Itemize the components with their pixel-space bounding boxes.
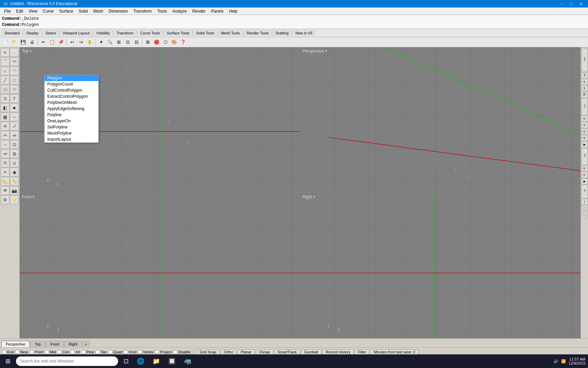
spline-tool[interactable]: S (1, 94, 10, 103)
toolbar-tab-6[interactable]: Curve Tools (137, 30, 163, 36)
group-tool[interactable]: ⊓ (1, 158, 10, 167)
vp-tab-front[interactable]: Front (46, 341, 64, 347)
dropdown-item-6[interactable]: Polyline (45, 112, 98, 118)
snap-checkbox-mid[interactable] (45, 350, 49, 354)
menu-edit[interactable]: Edit (13, 8, 26, 14)
menu-surface[interactable]: Surface (56, 8, 76, 14)
select-tool[interactable]: ↖ (1, 48, 10, 57)
dropdown-item-8[interactable]: SelPolyline (45, 124, 98, 130)
open-icon[interactable]: 📁 (10, 38, 18, 46)
close-button[interactable]: ✕ (576, 1, 585, 7)
surface-tool[interactable]: ◧ (1, 103, 10, 112)
render-icon[interactable]: 🎨 (170, 38, 178, 46)
toolbar-tab-0[interactable]: Standard (1, 30, 23, 36)
toolbar-tab-12[interactable]: New in V5 (292, 30, 315, 36)
viewport-perspective-label[interactable]: Perspective ▼ (303, 49, 328, 53)
extend-tool[interactable]: ⇔ (10, 131, 19, 140)
viewport-top-label[interactable]: Top ▼ (22, 49, 32, 53)
menu-file[interactable]: File (1, 8, 13, 14)
rpanel-0b[interactable]: 0. (582, 165, 588, 171)
toolbar-tab-2[interactable]: Select (43, 30, 59, 36)
misc-tool-1[interactable]: ⚙ (1, 195, 10, 204)
rpanel-arrow2[interactable]: ► (582, 178, 588, 184)
dropdown-item-9[interactable]: MeshPolyline (45, 130, 98, 136)
vp-front-arrow[interactable]: ▼ (32, 195, 35, 199)
trim-tool[interactable]: ✂ (1, 131, 10, 140)
command-dropdown[interactable]: PolygonPolygonCountCullControlPolygonExt… (44, 75, 99, 143)
status-btn-8[interactable]: Minutes from last save: 2 (371, 349, 418, 355)
snap-checkbox-cen[interactable] (57, 350, 61, 354)
rpanel-0a[interactable]: 0. (582, 128, 588, 135)
point-icon[interactable]: ✦ (97, 38, 105, 46)
freeform-tool[interactable]: 〜 (10, 57, 19, 66)
rpanel-sq2[interactable]: □ (582, 212, 588, 218)
print-icon[interactable]: 🖨 (28, 38, 36, 46)
mesh-tool[interactable]: ▦ (1, 112, 10, 121)
material-tool[interactable]: ◉ (10, 168, 19, 177)
analyze-tool[interactable]: 📐 (1, 177, 10, 186)
task-icon-3[interactable]: 📁 (150, 356, 163, 367)
rpanel-w[interactable]: W... (582, 185, 588, 198)
status-btn-2[interactable]: Planar (238, 349, 255, 355)
dropdown-item-4[interactable]: PolylineOnMesh (45, 99, 98, 106)
menu-render[interactable]: Render (190, 8, 208, 14)
line-tool[interactable]: ╱ (1, 76, 10, 85)
status-btn-5[interactable]: Gumball (301, 349, 321, 355)
task-icon-4[interactable]: 🔲 (165, 356, 178, 367)
dropdown-item-2[interactable]: CullControlPolygon (45, 87, 98, 93)
array-tool[interactable]: ⊞ (10, 149, 19, 158)
viewport-right-label[interactable]: Right ▼ (303, 195, 316, 199)
copy-icon[interactable]: 📋 (48, 38, 56, 46)
mirror-tool[interactable]: ⇌ (1, 149, 10, 158)
rpanel-6[interactable]: 6. (582, 79, 588, 85)
viewport-perspective[interactable]: Perspective ▼ z (300, 47, 581, 193)
dropdown-item-1[interactable]: PolygonCount (45, 81, 98, 87)
menu-mesh[interactable]: Mesh (91, 8, 106, 14)
rpanel-9[interactable]: 9. (582, 122, 588, 128)
vp-top-arrow[interactable]: ▼ (29, 49, 32, 53)
dropdown-item-0[interactable]: Polygon (45, 75, 98, 81)
dropdown-item-5[interactable]: ApplyEdgeSoftening (45, 106, 98, 112)
rect-tool[interactable]: □ (10, 76, 19, 85)
rpanel-0c[interactable]: 0. (582, 172, 588, 178)
toolbar-tab-1[interactable]: Display (23, 30, 42, 36)
camera-tool[interactable]: 📷 (10, 186, 19, 195)
snap-checkbox-point[interactable] (30, 350, 34, 354)
rpanel-ta[interactable]: Ta... (582, 148, 588, 165)
menu-curve[interactable]: Curve (40, 8, 56, 14)
view-tool[interactable]: 👁 (1, 186, 10, 195)
vp-persp-arrow[interactable]: ▼ (325, 49, 328, 53)
snap-checkbox-int[interactable] (70, 350, 75, 354)
offset-tool[interactable]: ⊡ (10, 140, 19, 149)
viewport-front[interactable]: Front ▼ z x (20, 193, 300, 338)
move-tool[interactable]: ⤢ (10, 122, 19, 131)
snap-icon[interactable]: 🔴 (152, 38, 161, 46)
circle-tool[interactable]: ○ (1, 66, 10, 75)
start-button[interactable]: ⊞ (3, 356, 13, 367)
misc-tool-2[interactable]: ⭐ (10, 195, 19, 204)
toolbar-tab-3[interactable]: Viewport Layout (60, 30, 93, 36)
vp-tab-top[interactable]: Top (30, 341, 45, 347)
toolbar-tab-9[interactable]: Mesh Tools (218, 30, 243, 36)
menu-solid[interactable]: Solid (76, 8, 91, 14)
vp-tab-add[interactable]: + (83, 341, 89, 347)
toolbar-tab-11[interactable]: Drafting (273, 30, 292, 36)
menu-help[interactable]: Help (226, 8, 240, 14)
curve-tool[interactable]: ⌒ (1, 57, 10, 66)
zoom-ext-icon[interactable]: ⊞ (115, 38, 123, 46)
viewport-front-label[interactable]: Front ▼ (22, 195, 35, 199)
solid-tool[interactable]: ■ (10, 103, 19, 112)
menu-tools[interactable]: Tools (154, 8, 169, 14)
rpanel-sq1[interactable]: □ (582, 205, 588, 211)
rpanel-3[interactable]: 3. (582, 85, 588, 91)
measure-tool[interactable]: 📏 (10, 177, 19, 186)
snap-checkbox-quad[interactable] (108, 350, 112, 354)
undo-icon[interactable]: ↩ (68, 38, 76, 46)
menu-analyze[interactable]: Analyze (169, 8, 190, 14)
shade-icon[interactable]: ⬡ (161, 38, 169, 46)
taskbar-search[interactable] (16, 356, 118, 366)
snap-checkbox-vertex[interactable] (138, 350, 142, 354)
rpanel-5[interactable]: 5. (582, 116, 588, 122)
rpanel-paren[interactable]: ( (582, 199, 588, 205)
vp-right-arrow[interactable]: ▼ (313, 195, 316, 199)
